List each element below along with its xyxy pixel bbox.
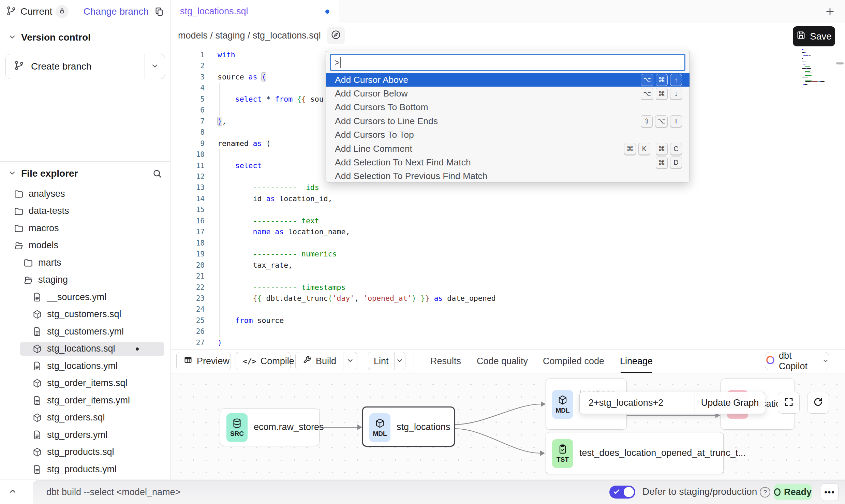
lint-button[interactable]: Lint — [368, 352, 405, 370]
new-tab-button[interactable] — [822, 5, 837, 20]
file-label: macros — [29, 223, 59, 234]
cli-command-input[interactable]: dbt build --select <model_name> — [46, 487, 180, 498]
keycap: C — [670, 143, 682, 155]
file-row-data-tests[interactable]: data-tests — [0, 203, 171, 220]
keycap: I — [670, 115, 682, 127]
tab-title: stg_locations.sql — [180, 6, 248, 17]
palette-item-add-cursors-to-bottom[interactable]: Add Cursors To Bottom — [326, 101, 690, 114]
create-branch-dropdown[interactable] — [145, 62, 165, 71]
lineage-canvas[interactable]: SRCecom.raw_storesMDLstg_locationsMDLloc… — [171, 373, 845, 479]
create-branch-main[interactable]: Create branch — [6, 54, 145, 79]
palette-item-add-cursors-to-top[interactable]: Add Cursors To Top — [326, 128, 690, 142]
fullscreen-icon — [784, 397, 794, 409]
change-branch-link[interactable]: Change branch — [84, 6, 149, 17]
graph-filter-input[interactable]: 2+stg_locations+2 — [580, 398, 695, 408]
file-label: marts — [38, 257, 61, 268]
lineage-node-test_does_location_opened_at_trunc_t...[interactable]: TSTtest_does_location_opened_at_trunc_t.… — [546, 432, 724, 474]
palette-item-add-line-comment[interactable]: Add Line Comment⌘K⌘C — [326, 142, 690, 155]
file-label: stg_customers.sql — [47, 309, 121, 320]
file-row-stg_products.yml[interactable]: stg_products.yml — [0, 461, 171, 478]
version-control-header[interactable]: Version control — [0, 27, 171, 48]
dbt-copilot-button[interactable]: dbt Copilot — [765, 352, 829, 370]
copilot-label: dbt Copilot — [779, 351, 819, 372]
command-palette-input[interactable]: > — [330, 54, 685, 71]
palette-item-label: Add Selection To Next Find Match — [335, 157, 471, 168]
palette-item-add-cursor-above[interactable]: Add Cursor Above⌥⌘↑ — [326, 73, 690, 87]
tab-code-quality[interactable]: Code quality — [477, 350, 528, 373]
scrollbar-thumb[interactable] — [836, 62, 844, 64]
dbt-copilot-logo-icon — [765, 355, 775, 368]
compass-icon — [330, 29, 341, 42]
file-row-stg_orders.sql[interactable]: stg_orders.sql — [0, 409, 171, 427]
build-button[interactable]: Build — [295, 352, 357, 370]
file-row-analyses[interactable]: analyses — [0, 185, 171, 203]
palette-item-add-cursors-to-line-ends[interactable]: Add Cursors to Line Ends⇧⌥I — [326, 114, 690, 128]
file-row-stg_orders.yml[interactable]: stg_orders.yml — [0, 426, 171, 444]
file-tree: analysesdata-testsmacrosmodelsmartsstagi… — [0, 185, 171, 478]
file-row-macros[interactable]: macros — [0, 220, 171, 237]
refresh-button[interactable] — [807, 392, 829, 414]
modified-dot — [136, 347, 139, 351]
tab-results[interactable]: Results — [430, 350, 461, 373]
compile-button[interactable]: </>Compile — [236, 352, 291, 370]
refresh-icon — [813, 397, 823, 409]
create-branch-button[interactable]: Create branch — [5, 54, 165, 79]
tab-compiled-code[interactable]: Compiled code — [543, 350, 604, 373]
fullscreen-button[interactable] — [778, 392, 800, 414]
file-row-stg_products.sql[interactable]: stg_products.sql — [0, 444, 171, 461]
keycap: ↑ — [670, 74, 682, 86]
help-icon[interactable]: ? — [760, 487, 770, 498]
tab-stg-locations[interactable]: stg_locations.sql — [171, 0, 339, 23]
build-dropdown[interactable] — [343, 352, 357, 370]
keycap: ⌘ — [656, 157, 668, 168]
shortcut-keys: ⌥⌘↑ — [641, 74, 682, 86]
navigate-button[interactable] — [327, 27, 345, 44]
search-icon[interactable] — [152, 168, 162, 179]
doc-icon — [32, 326, 42, 337]
file-row-models[interactable]: models — [0, 237, 171, 254]
file-explorer-header[interactable]: File explorer — [0, 162, 171, 186]
chevron-up-icon[interactable] — [8, 487, 17, 497]
copy-icon[interactable] — [154, 6, 164, 17]
defer-toggle[interactable] — [609, 486, 635, 499]
version-control-title: Version control — [21, 32, 91, 43]
file-row-stg_order_items.sql[interactable]: stg_order_items.sql — [0, 375, 171, 392]
tab-lineage[interactable]: Lineage — [620, 350, 653, 373]
branch-lock-badge — [56, 5, 69, 18]
file-row-marts[interactable]: marts — [0, 254, 171, 271]
keycap: ⇧ — [641, 115, 653, 127]
file-row-stg_customers.yml[interactable]: stg_customers.yml — [0, 323, 171, 340]
active-tab-underline — [621, 372, 652, 373]
save-button[interactable]: Save — [793, 26, 835, 46]
update-graph-button[interactable]: Update Graph — [695, 398, 765, 408]
create-branch-label: Create branch — [31, 61, 91, 72]
palette-query: > — [335, 57, 340, 68]
current-branch-label: Current — [20, 6, 52, 17]
minimap[interactable] — [802, 49, 825, 89]
shortcut-keys: ⌘D — [656, 157, 682, 168]
file-row-__sources.yml[interactable]: __sources.yml — [0, 288, 171, 306]
palette-item-add-selection-to-previous-find-match[interactable]: Add Selection To Previous Find Match — [326, 169, 690, 182]
preview-button[interactable]: Preview — [176, 352, 231, 370]
more-button[interactable]: ••• — [821, 483, 839, 501]
file-label: __sources.yml — [47, 292, 106, 302]
file-row-stg_locations.sql[interactable]: stg_locations.sql — [0, 340, 171, 358]
doc-icon — [32, 292, 42, 302]
file-row-stg_customers.sql[interactable]: stg_customers.sql — [0, 306, 171, 323]
file-row-stg_locations.yml[interactable]: stg_locations.yml — [0, 357, 171, 375]
lineage-node-stg_locations[interactable]: MDLstg_locations — [362, 406, 455, 447]
file-row-staging[interactable]: staging — [0, 271, 171, 289]
sidebar: Current Change branch Version control Cr… — [0, 0, 171, 479]
folder-open-icon — [23, 275, 33, 285]
shortcut-keys: ⇧⌥I — [641, 115, 682, 127]
palette-item-label: Add Cursor Below — [335, 88, 408, 99]
palette-item-add-selection-to-next-find-match[interactable]: Add Selection To Next Find Match⌘D — [326, 155, 690, 169]
palette-item-add-cursor-below[interactable]: Add Cursor Below⌥⌘↓ — [326, 87, 690, 100]
save-label: Save — [810, 31, 832, 42]
lint-dropdown[interactable] — [394, 352, 405, 370]
file-row-stg_order_items.yml[interactable]: stg_order_items.yml — [0, 392, 171, 409]
palette-item-label: Add Cursor Above — [335, 75, 408, 85]
status-bar: dbt build --select <model_name> Defer to… — [0, 479, 845, 504]
file-label: stg_customers.yml — [47, 326, 124, 337]
lineage-node-ecom.raw_stores[interactable]: SRCecom.raw_stores — [220, 409, 320, 446]
